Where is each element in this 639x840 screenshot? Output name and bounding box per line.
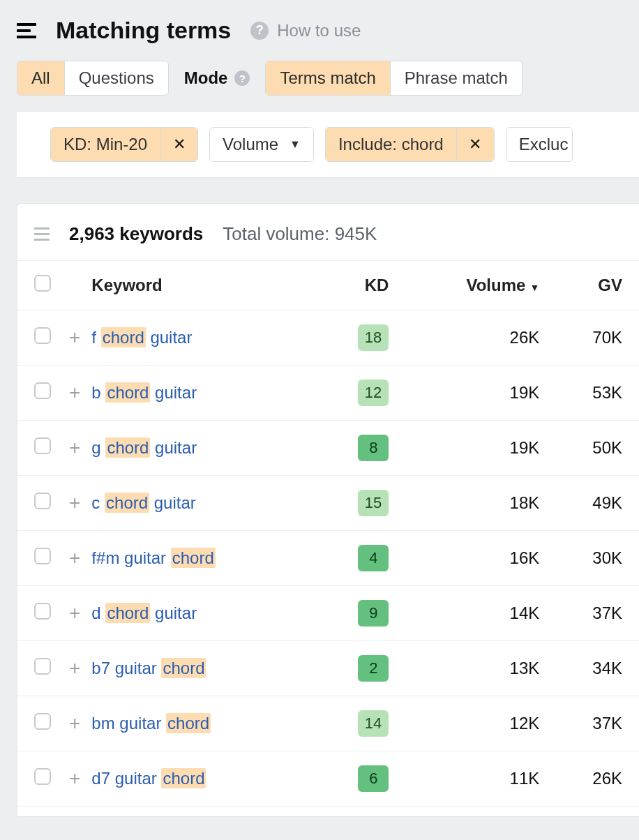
gv-cell: 26K bbox=[546, 751, 639, 807]
filter-chip-kd[interactable]: KD: Min-20 ✕ bbox=[50, 127, 198, 162]
help-label: How to use bbox=[277, 21, 361, 40]
match-tabs: Terms matchPhrase match bbox=[265, 61, 522, 96]
row-checkbox[interactable] bbox=[34, 382, 51, 399]
filter-chip-kd-remove[interactable]: ✕ bbox=[160, 128, 197, 161]
keyword-link[interactable]: d7 guitar chord bbox=[91, 768, 206, 788]
volume-cell: 26K bbox=[396, 310, 546, 366]
volume-cell: 19K bbox=[396, 421, 546, 476]
keywords-table: Keyword KD Volume▼ GV +f chord guitar182… bbox=[17, 260, 639, 807]
gv-cell: 37K bbox=[546, 586, 639, 641]
filter-chip-include-remove[interactable]: ✕ bbox=[456, 128, 494, 161]
menu-icon[interactable] bbox=[17, 23, 36, 38]
gv-cell: 49K bbox=[546, 476, 639, 531]
row-checkbox[interactable] bbox=[34, 327, 51, 344]
expand-button[interactable]: + bbox=[65, 712, 84, 734]
expand-button[interactable]: + bbox=[65, 767, 84, 789]
table-row: +f#m guitar chord416K30K bbox=[17, 531, 639, 586]
kd-badge: 18 bbox=[358, 324, 389, 351]
gv-cell: 34K bbox=[546, 641, 639, 696]
keyword-link[interactable]: f chord guitar bbox=[91, 327, 192, 347]
table-row: +f chord guitar1826K70K bbox=[17, 310, 639, 366]
keyword-link[interactable]: b chord guitar bbox=[91, 382, 197, 403]
keyword-link[interactable]: bm guitar chord bbox=[91, 713, 211, 733]
row-checkbox[interactable] bbox=[34, 658, 51, 675]
scope-tabs: AllQuestions bbox=[17, 61, 169, 96]
sort-desc-icon: ▼ bbox=[529, 282, 539, 293]
volume-cell: 18K bbox=[396, 476, 546, 531]
volume-cell: 19K bbox=[396, 366, 546, 421]
table-row: +d7 guitar chord611K26K bbox=[17, 751, 639, 807]
volume-cell: 12K bbox=[396, 696, 546, 751]
help-icon: ? bbox=[250, 22, 269, 40]
expand-button[interactable]: + bbox=[65, 547, 84, 569]
keyword-highlight: chord bbox=[105, 603, 150, 623]
expand-button[interactable]: + bbox=[65, 327, 84, 348]
col-kd[interactable]: KD bbox=[318, 261, 396, 310]
table-row: +b chord guitar1219K53K bbox=[17, 366, 639, 421]
expand-button[interactable]: + bbox=[65, 657, 84, 679]
mode-label: Mode ? bbox=[184, 68, 250, 88]
kd-badge: 9 bbox=[358, 600, 389, 627]
col-gv[interactable]: GV bbox=[546, 261, 639, 310]
keyword-link[interactable]: d chord guitar bbox=[91, 603, 197, 623]
row-checkbox[interactable] bbox=[34, 603, 51, 620]
gv-cell: 37K bbox=[546, 696, 639, 751]
keyword-highlight: chord bbox=[105, 382, 150, 403]
kd-badge: 4 bbox=[358, 545, 389, 571]
kd-badge: 15 bbox=[358, 490, 389, 516]
table-row: +bm guitar chord1412K37K bbox=[17, 696, 639, 751]
keyword-highlight: chord bbox=[171, 548, 216, 568]
total-volume: Total volume: 945K bbox=[223, 223, 377, 245]
filter-chip-include[interactable]: Include: chord ✕ bbox=[325, 127, 495, 162]
row-checkbox[interactable] bbox=[34, 768, 51, 785]
select-all-checkbox[interactable] bbox=[34, 275, 51, 292]
gv-cell: 70K bbox=[546, 310, 639, 366]
keyword-link[interactable]: f#m guitar chord bbox=[91, 548, 215, 568]
tab-scope-questions[interactable]: Questions bbox=[64, 61, 168, 95]
kd-badge: 12 bbox=[358, 380, 389, 406]
expand-button[interactable]: + bbox=[65, 382, 84, 403]
gv-cell: 50K bbox=[546, 421, 639, 476]
expand-button[interactable]: + bbox=[65, 437, 84, 458]
filter-chip-kd-label: KD: Min-20 bbox=[51, 128, 160, 161]
keyword-count: 2,963 keywords bbox=[69, 223, 203, 245]
volume-cell: 13K bbox=[396, 641, 546, 696]
expand-button[interactable]: + bbox=[65, 602, 84, 624]
keyword-highlight: chord bbox=[105, 437, 150, 458]
keyword-highlight: chord bbox=[105, 493, 149, 513]
kd-badge: 8 bbox=[358, 435, 389, 461]
filter-chip-include-label: Include: chord bbox=[326, 128, 456, 161]
kd-badge: 6 bbox=[358, 765, 389, 792]
row-checkbox[interactable] bbox=[34, 713, 51, 730]
expand-button[interactable]: + bbox=[65, 492, 84, 513]
kd-badge: 2 bbox=[358, 655, 389, 682]
chevron-down-icon: ▼ bbox=[290, 138, 301, 151]
tab-scope-all[interactable]: All bbox=[17, 61, 64, 95]
filter-chip-exclude-label: Excluc bbox=[506, 128, 573, 161]
volume-cell: 11K bbox=[396, 751, 546, 807]
row-checkbox[interactable] bbox=[34, 548, 51, 564]
volume-cell: 16K bbox=[396, 531, 546, 586]
filter-chip-exclude[interactable]: Excluc bbox=[506, 127, 573, 162]
keyword-link[interactable]: c chord guitar bbox=[91, 493, 195, 513]
help-icon[interactable]: ? bbox=[234, 70, 250, 86]
tab-match-phrase-match[interactable]: Phrase match bbox=[390, 61, 522, 95]
col-volume[interactable]: Volume▼ bbox=[396, 261, 546, 310]
row-checkbox[interactable] bbox=[34, 493, 51, 509]
col-keyword[interactable]: Keyword bbox=[91, 261, 317, 310]
keyword-highlight: chord bbox=[166, 713, 211, 733]
filter-chip-volume[interactable]: Volume ▼ bbox=[209, 127, 314, 162]
keyword-highlight: chord bbox=[101, 327, 146, 347]
row-checkbox[interactable] bbox=[34, 437, 51, 454]
page-title: Matching terms bbox=[56, 17, 231, 44]
volume-cell: 14K bbox=[396, 586, 546, 641]
how-to-use-link[interactable]: ? How to use bbox=[250, 21, 361, 40]
keyword-highlight: chord bbox=[161, 658, 206, 678]
tab-match-terms-match[interactable]: Terms match bbox=[266, 61, 389, 95]
list-view-icon[interactable] bbox=[34, 227, 50, 241]
gv-cell: 30K bbox=[546, 531, 639, 586]
table-row: +c chord guitar1518K49K bbox=[17, 476, 639, 531]
keyword-link[interactable]: b7 guitar chord bbox=[91, 658, 206, 678]
keyword-link[interactable]: g chord guitar bbox=[91, 437, 197, 458]
table-row: +b7 guitar chord213K34K bbox=[17, 641, 639, 696]
